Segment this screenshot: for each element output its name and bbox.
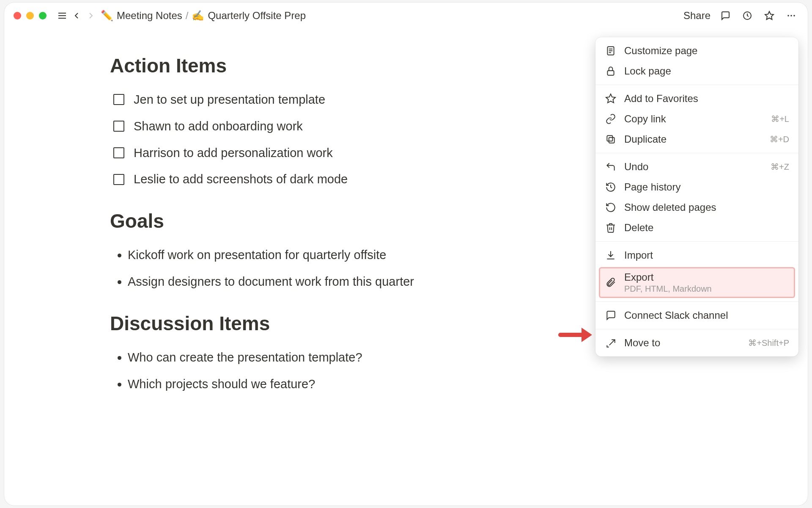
menu-lock-page[interactable]: Lock page	[595, 61, 798, 81]
menu-export-subtitle: PDF, HTML, Markdown	[624, 284, 789, 294]
minimize-window-button[interactable]	[26, 12, 34, 19]
todo-item[interactable]: Leslie to add screenshots of dark mode	[110, 166, 469, 193]
import-icon	[605, 250, 617, 261]
svg-point-5	[787, 15, 789, 17]
checkbox-icon[interactable]	[113, 174, 124, 185]
checkbox-icon[interactable]	[113, 121, 124, 132]
goals-list: Kickoff work on presentation for quarter…	[110, 242, 469, 295]
list-item[interactable]: Which projects should we feature?	[128, 371, 469, 398]
link-icon	[605, 113, 617, 124]
shortcut-label: ⌘+D	[770, 134, 789, 144]
discussion-list: Who can create the presentation template…	[110, 344, 469, 398]
updates-icon[interactable]	[740, 8, 754, 23]
annotation-arrow	[558, 324, 592, 345]
comments-icon[interactable]	[718, 8, 732, 23]
menu-copy-link[interactable]: Copy link ⌘+L	[595, 109, 798, 129]
heading-goals: Goals	[110, 210, 469, 232]
menu-delete[interactable]: Delete	[595, 218, 798, 238]
maximize-window-button[interactable]	[39, 12, 47, 19]
svg-marker-4	[765, 11, 774, 19]
menu-page-history[interactable]: Page history	[595, 177, 798, 197]
chat-icon	[605, 310, 617, 321]
svg-line-17	[609, 340, 615, 345]
action-items-list: Jen to set up presentation template Shaw…	[110, 86, 469, 193]
shortcut-label: ⌘+L	[771, 114, 789, 124]
share-button[interactable]: Share	[683, 10, 710, 22]
svg-marker-19	[582, 328, 592, 342]
window-controls	[14, 12, 47, 19]
restore-icon	[605, 202, 617, 213]
app-window: ✏️ Meeting Notes / ✍️ Quarterly Offsite …	[4, 3, 808, 505]
svg-rect-14	[609, 138, 614, 143]
svg-rect-15	[607, 135, 612, 141]
heading-action-items: Action Items	[110, 54, 469, 77]
close-window-button[interactable]	[14, 12, 21, 19]
list-item[interactable]: Kickoff work on presentation for quarter…	[128, 242, 469, 268]
menu-import[interactable]: Import	[595, 245, 798, 265]
page-icon	[605, 45, 617, 56]
todo-item[interactable]: Harrison to add personalization work	[110, 140, 469, 166]
page-options-menu: Customize page Lock page Add to Favorite…	[595, 37, 798, 356]
page-content: Action Items Jen to set up presentation …	[4, 29, 469, 397]
breadcrumb-item[interactable]: ✏️ Meeting Notes	[101, 10, 182, 22]
more-icon[interactable]	[784, 8, 798, 23]
move-icon	[605, 337, 617, 348]
trash-icon	[605, 222, 617, 233]
breadcrumb-label: Quarterly Offsite Prep	[208, 10, 306, 22]
menu-export[interactable]: Export PDF, HTML, Markdown	[599, 267, 795, 298]
checkbox-icon[interactable]	[113, 94, 124, 105]
history-icon	[605, 182, 617, 193]
menu-customize-page[interactable]: Customize page	[595, 41, 798, 61]
breadcrumb: ✏️ Meeting Notes / ✍️ Quarterly Offsite …	[101, 10, 306, 22]
menu-duplicate[interactable]: Duplicate ⌘+D	[595, 129, 798, 149]
list-item[interactable]: Assign designers to document work from t…	[128, 268, 469, 295]
breadcrumb-item[interactable]: ✍️ Quarterly Offsite Prep	[192, 10, 306, 22]
breadcrumb-separator: /	[186, 10, 189, 22]
forward-button	[84, 8, 98, 23]
menu-undo[interactable]: Undo ⌘+Z	[595, 157, 798, 177]
topbar-right: Share	[683, 8, 798, 23]
list-item[interactable]: Who can create the presentation template…	[128, 344, 469, 371]
undo-icon	[605, 161, 617, 172]
menu-connect-slack[interactable]: Connect Slack channel	[595, 305, 798, 326]
heading-discussion: Discussion Items	[110, 312, 469, 335]
todo-item[interactable]: Shawn to add onboarding work	[110, 113, 469, 140]
todo-item[interactable]: Jen to set up presentation template	[110, 86, 469, 113]
menu-add-favorites[interactable]: Add to Favorites	[595, 88, 798, 109]
writing-hand-icon: ✍️	[192, 10, 204, 22]
checkbox-icon[interactable]	[113, 147, 124, 158]
star-icon	[605, 93, 617, 104]
svg-marker-13	[606, 94, 615, 103]
svg-rect-12	[607, 71, 614, 75]
topbar: ✏️ Meeting Notes / ✍️ Quarterly Offsite …	[4, 3, 808, 29]
attachment-icon	[605, 277, 617, 288]
menu-move-to[interactable]: Move to ⌘+Shift+P	[595, 333, 798, 353]
lock-icon	[605, 66, 617, 77]
menu-show-deleted[interactable]: Show deleted pages	[595, 197, 798, 218]
sidebar-toggle-icon[interactable]	[55, 8, 69, 23]
svg-point-7	[793, 15, 795, 17]
shortcut-label: ⌘+Z	[771, 162, 789, 172]
shortcut-label: ⌘+Shift+P	[748, 338, 789, 348]
pencil-icon: ✏️	[101, 10, 113, 22]
duplicate-icon	[605, 134, 617, 145]
breadcrumb-label: Meeting Notes	[117, 10, 182, 22]
favorite-icon[interactable]	[762, 8, 776, 23]
back-button[interactable]	[69, 8, 84, 23]
svg-point-6	[790, 15, 792, 17]
